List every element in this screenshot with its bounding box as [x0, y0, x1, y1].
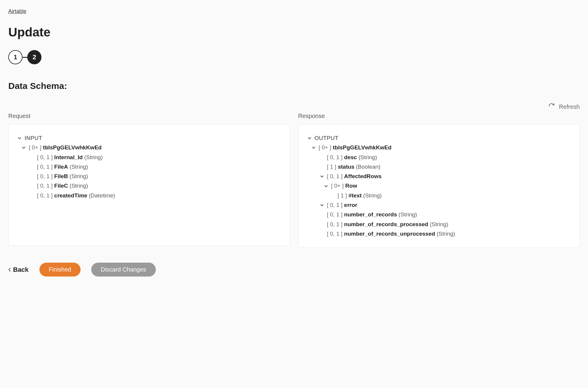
step-1[interactable]: 1 — [8, 50, 23, 64]
field-type: (String) — [70, 162, 88, 172]
field-name: desc — [344, 153, 357, 162]
field-name: number_of_records_processed — [344, 220, 428, 229]
response-label: Response — [298, 113, 580, 119]
tree-leaf[interactable]: [ 0, 1 ] FileA (String) — [17, 162, 281, 172]
chevron-down-icon — [319, 203, 325, 207]
field-type: (String) — [363, 191, 382, 200]
tree-leaf[interactable]: [ 1 ] #text (String) — [307, 191, 571, 200]
tree-leaf[interactable]: [ 0, 1 ] Internal_Id (String) — [17, 153, 281, 162]
request-label: Request — [8, 113, 290, 119]
field-name: tblsPgGELVwhkKwEd — [43, 143, 102, 152]
chevron-down-icon — [319, 175, 325, 178]
step-connector — [23, 57, 27, 58]
field-name: Row — [345, 181, 357, 191]
tree-root-input[interactable]: INPUT — [17, 133, 281, 143]
tree-leaf[interactable]: [ 0, 1 ] createdTime (Datetime) — [17, 191, 281, 200]
back-label: Back — [13, 266, 29, 274]
stepper: 1 2 — [8, 50, 580, 64]
tree-root-label: OUTPUT — [315, 133, 339, 143]
chevron-down-icon — [311, 146, 316, 149]
chevron-down-icon — [17, 136, 22, 140]
tree-leaf[interactable]: [ 0, 1 ] desc (String) — [307, 153, 571, 162]
field-type: (String) — [70, 172, 88, 181]
field-name: FileB — [54, 172, 68, 181]
step-2[interactable]: 2 — [27, 50, 41, 64]
cardinality: [ 0, 1 ] — [327, 200, 343, 210]
field-name: #text — [348, 191, 361, 200]
cardinality: [ 0, 1 ] — [37, 162, 53, 172]
cardinality: [ 0+ ] — [319, 143, 331, 152]
cardinality: [ 0, 1 ] — [327, 153, 343, 162]
discard-button[interactable]: Discard Changes — [91, 263, 156, 277]
cardinality: [ 0, 1 ] — [327, 229, 343, 239]
field-type: (String) — [430, 220, 448, 229]
refresh-label: Refresh — [559, 103, 580, 110]
cardinality: [ 0, 1 ] — [37, 172, 53, 181]
tree-root-label: INPUT — [25, 133, 42, 143]
refresh-button[interactable]: Refresh — [8, 103, 580, 111]
cardinality: [ 1 ] — [327, 162, 337, 172]
field-type: (String) — [398, 210, 417, 219]
tree-leaf[interactable]: [ 0, 1 ] number_of_records_processed (St… — [307, 220, 571, 229]
cardinality: [ 0+ ] — [29, 143, 41, 152]
field-type: (String) — [437, 229, 455, 239]
cardinality: [ 0, 1 ] — [327, 210, 343, 219]
tree-leaf[interactable]: [ 0, 1 ] number_of_records_unprocessed (… — [307, 229, 571, 239]
tree-node-table[interactable]: [ 0+ ] tblsPgGELVwhkKwEd — [17, 143, 281, 152]
field-name: FileC — [54, 181, 68, 191]
field-name: status — [338, 162, 354, 172]
field-name: createdTime — [54, 191, 87, 200]
field-name: FileA — [54, 162, 68, 172]
tree-node-table[interactable]: [ 0+ ] tblsPgGELVwhkKwEd — [307, 143, 571, 152]
finished-button[interactable]: Finished — [39, 263, 81, 277]
tree-leaf[interactable]: [ 0, 1 ] FileC (String) — [17, 181, 281, 191]
cardinality: [ 0, 1 ] — [37, 153, 53, 162]
response-panel: OUTPUT [ 0+ ] tblsPgGELVwhkKwEd [ 0, 1 ]… — [298, 124, 580, 248]
tree-leaf[interactable]: [ 0, 1 ] number_of_records (String) — [307, 210, 571, 219]
cardinality: [ 1 ] — [338, 191, 347, 200]
chevron-left-icon — [8, 266, 11, 274]
field-type: (String) — [358, 153, 377, 162]
tree-leaf[interactable]: [ 0, 1 ] FileB (String) — [17, 172, 281, 181]
chevron-down-icon — [21, 146, 26, 149]
request-panel: INPUT [ 0+ ] tblsPgGELVwhkKwEd [ 0, 1 ] … — [8, 124, 290, 246]
field-type: (Datetime) — [89, 191, 115, 200]
field-name: error — [344, 200, 357, 210]
field-type: (Boolean) — [356, 162, 380, 172]
field-name: tblsPgGELVwhkKwEd — [333, 143, 392, 152]
cardinality: [ 0, 1 ] — [327, 172, 343, 181]
tree-leaf[interactable]: [ 1 ] status (Boolean) — [307, 162, 571, 172]
cardinality: [ 0, 1 ] — [327, 220, 343, 229]
field-name: number_of_records_unprocessed — [344, 229, 435, 239]
field-name: AffectedRows — [344, 172, 382, 181]
chevron-down-icon — [323, 184, 329, 188]
breadcrumb[interactable]: Airtable — [8, 8, 26, 15]
cardinality: [ 0+ ] — [331, 181, 344, 191]
chevron-down-icon — [307, 136, 312, 140]
field-type: (String) — [84, 153, 102, 162]
cardinality: [ 0, 1 ] — [37, 181, 53, 191]
page-title: Update — [8, 25, 580, 39]
field-name: number_of_records — [344, 210, 397, 219]
tree-node-error[interactable]: [ 0, 1 ] error — [307, 200, 571, 210]
cardinality: [ 0, 1 ] — [37, 191, 53, 200]
field-type: (String) — [70, 181, 88, 191]
section-heading: Data Schema: — [8, 81, 580, 91]
field-name: Internal_Id — [54, 153, 83, 162]
tree-node-row[interactable]: [ 0+ ] Row — [307, 181, 571, 191]
back-button[interactable]: Back — [8, 266, 29, 274]
footer: Back Finished Discard Changes — [8, 263, 580, 277]
tree-root-output[interactable]: OUTPUT — [307, 133, 571, 143]
refresh-icon — [548, 103, 555, 111]
tree-node-affected-rows[interactable]: [ 0, 1 ] AffectedRows — [307, 172, 571, 181]
